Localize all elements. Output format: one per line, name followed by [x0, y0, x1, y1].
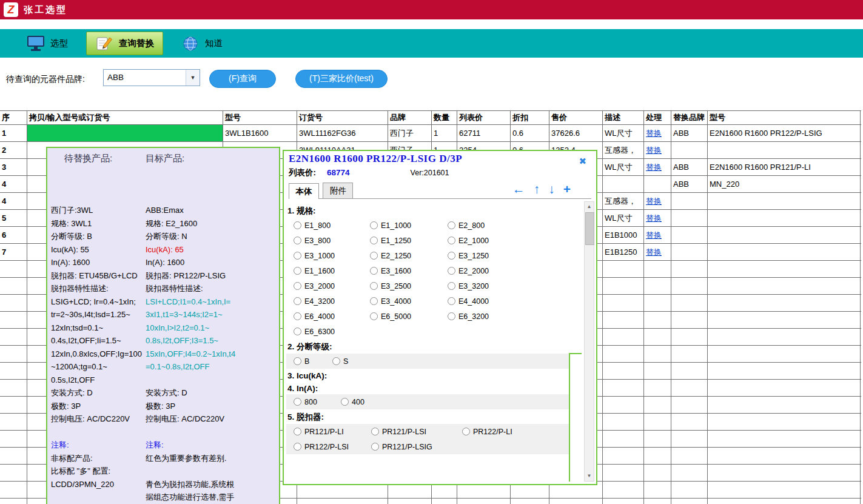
selector-nav: ← ↑ ↓ +	[512, 181, 571, 197]
radio-E1_1250[interactable]: E1_1250	[370, 237, 448, 245]
compare-line: 规格: E2_1600	[146, 217, 279, 230]
radio-E2_1000[interactable]: E2_1000	[448, 237, 582, 245]
cell-action: 替换	[644, 227, 671, 243]
radio-400[interactable]: 400	[341, 398, 386, 406]
section-label: 5. 脱扣器:	[286, 409, 582, 424]
cell-desc: 互感器，	[603, 142, 644, 158]
radio-label: 800	[304, 398, 317, 406]
radio-E2_2000[interactable]: E2_2000	[448, 267, 582, 275]
radio-label: PR121/P-LSIG	[382, 443, 432, 451]
cell-rep_model	[708, 414, 861, 430]
cell-action	[644, 499, 671, 504]
brand-combobox[interactable]: ABB ▼	[103, 69, 200, 86]
replace-link[interactable]: 替换	[646, 162, 662, 173]
cell-action	[644, 397, 671, 413]
tab-know[interactable]: 知道	[173, 32, 231, 55]
cell-seq	[0, 346, 27, 362]
radio-E3_2000[interactable]: E3_2000	[294, 282, 370, 291]
radio-E1_1000[interactable]: E1_1000	[370, 221, 448, 230]
section-label: 3. Icu(kA):	[286, 369, 582, 381]
radio-label: E3_1600	[381, 267, 411, 275]
replace-link[interactable]: 替换	[646, 213, 662, 224]
radio-E3_4000[interactable]: E3_4000	[370, 297, 448, 306]
compare-line: Icu(kA): 65	[146, 243, 279, 257]
replace-link[interactable]: 替换	[646, 145, 662, 156]
compare-line: 极数: 3P	[51, 400, 146, 413]
tab-accessories[interactable]: 附件	[323, 183, 353, 198]
cell-action: 替换	[644, 210, 671, 226]
radio-S[interactable]: S	[332, 357, 370, 366]
radio-icon	[294, 328, 301, 335]
radio-PR122-P-LI[interactable]: PR122/P-LI	[462, 428, 582, 436]
radio-PR122-P-LSIG[interactable]: PR122/P-LSIG	[569, 353, 582, 482]
cell-rep_brand	[671, 261, 708, 277]
replace-link[interactable]: 替换	[646, 247, 662, 258]
radio-label: E3_1000	[304, 252, 335, 260]
radio-B[interactable]: B	[294, 357, 332, 366]
radio-E6_6300[interactable]: E6_6300	[294, 328, 370, 336]
cell-rep_brand	[671, 431, 708, 447]
radio-E2_800[interactable]: E2_800	[448, 221, 582, 230]
radio-E3_1000[interactable]: E3_1000	[294, 252, 370, 260]
radio-E4_3200[interactable]: E4_3200	[294, 297, 370, 306]
compare-line: LSIG+LCD; Ir=0.4~1xIn;	[51, 295, 146, 309]
radio-800[interactable]: 800	[294, 398, 341, 406]
cell-desc	[603, 482, 644, 498]
radio-label: E3_2500	[381, 282, 411, 291]
radio-PR121-P-LSI[interactable]: PR121/P-LSI	[371, 428, 462, 436]
compare-line: 0.8s,I2t,OFF;I3=1.5~	[146, 334, 279, 348]
query-button[interactable]: (F)查询	[209, 70, 276, 88]
nav-left-icon[interactable]: ←	[512, 181, 525, 197]
radio-PR122-P-LSI[interactable]: PR122/P-LSI	[294, 443, 371, 451]
cell-action	[644, 465, 671, 481]
cell-action	[644, 278, 671, 294]
radio-E3_1250[interactable]: E3_1250	[448, 252, 582, 260]
tab-query-replace[interactable]: 查询替换	[86, 32, 163, 55]
radio-E2_1250[interactable]: E2_1250	[370, 252, 448, 260]
radio-E6_3200[interactable]: E6_3200	[448, 312, 582, 321]
nav-up-icon[interactable]: ↑	[534, 181, 540, 197]
section-options: 1600800400	[286, 394, 582, 409]
radio-E4_4000[interactable]: E4_4000	[448, 297, 582, 306]
compare-line: 12xIn,0.8xIcs,OFF;Ig=100	[51, 348, 146, 361]
scroll-down-icon[interactable]: ▼	[585, 471, 594, 481]
tab-body[interactable]: 本体	[289, 183, 319, 199]
nav-add-icon[interactable]: +	[563, 181, 571, 197]
replace-link[interactable]: 替换	[646, 196, 662, 207]
cell-input[interactable]	[27, 125, 223, 141]
scroll-up-icon[interactable]: ▲	[585, 202, 594, 212]
cell-rep_brand	[671, 482, 708, 498]
cell-brand: 西门子	[388, 125, 432, 141]
radio-E3_2500[interactable]: E3_2500	[370, 282, 448, 291]
compare-line: 安装方式: D	[146, 386, 279, 400]
compare-line: 据组态功能进行选替,需手	[146, 491, 279, 504]
replace-link[interactable]: 替换	[646, 128, 662, 139]
price-compare-button[interactable]: (T)三家比价(test)	[295, 70, 388, 88]
radio-E1_800[interactable]: E1_800	[294, 221, 370, 230]
radio-PR121-P-LSIG[interactable]: PR121/P-LSIG	[371, 443, 462, 451]
selector-scrollbar[interactable]: ▲ ▼	[584, 201, 594, 482]
radio-E1_1600[interactable]: E1_1600	[294, 267, 370, 275]
tab-selection[interactable]: 选型	[18, 32, 76, 55]
radio-PR121-P-LI[interactable]: PR121/P-LI	[294, 428, 371, 436]
cell-desc	[603, 363, 644, 379]
scroll-thumb[interactable]	[585, 212, 594, 245]
cell-desc: WL尺寸	[603, 210, 644, 226]
radio-E6_4000[interactable]: E6_4000	[294, 312, 370, 321]
cell-desc	[603, 176, 644, 192]
radio-E3_1600[interactable]: E3_1600	[370, 267, 448, 275]
radio-E3_3200[interactable]: E3_3200	[448, 282, 582, 291]
radio-label: PR121/P-LI	[304, 428, 344, 436]
replace-link[interactable]: 替换	[646, 230, 662, 241]
radio-E6_5000[interactable]: E6_5000	[370, 312, 448, 321]
section-label: 1. 规格:	[286, 203, 582, 218]
cell-desc	[603, 261, 644, 277]
cell-rep_brand	[671, 244, 708, 260]
compare-line: 规格: 3WL1	[51, 217, 146, 230]
chevron-down-icon[interactable]: ▼	[186, 70, 200, 86]
tab-label: 知道	[205, 38, 223, 49]
close-icon[interactable]: ✖	[579, 156, 586, 167]
nav-down-icon[interactable]: ↓	[548, 181, 555, 197]
radio-E3_800[interactable]: E3_800	[294, 237, 370, 245]
cell-rep_model	[708, 244, 861, 260]
